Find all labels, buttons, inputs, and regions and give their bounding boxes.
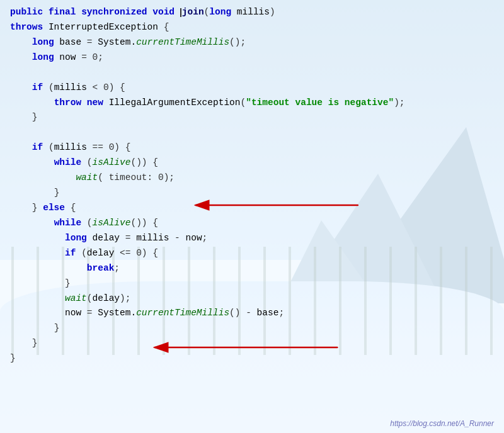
code-line-19: } — [10, 276, 494, 291]
code-line-23: } — [10, 336, 494, 351]
code-line-11: while (isAlive()) { — [10, 155, 494, 171]
code-line-12: wait( timeout: 0); — [10, 171, 494, 186]
code-line-16: long delay = millis - now; — [10, 231, 494, 246]
code-line-18: break; — [10, 261, 494, 276]
code-line-7: throw new IllegalArgumentException("time… — [10, 96, 494, 111]
watermark: https://blog.csdn.net/A_Runner — [390, 419, 494, 428]
code-line-5 — [10, 65, 494, 81]
code-line-24: } — [10, 351, 494, 366]
code-line-6: if (millis < 0) { — [10, 81, 494, 96]
code-line-8: } — [10, 110, 494, 125]
code-line-20: wait(delay); — [10, 291, 494, 306]
code-line-14: } else { — [10, 201, 494, 216]
code-line-10: if (millis == 0) { — [10, 140, 494, 155]
code-line-4: long now = 0; — [10, 50, 494, 65]
code-line-22: } — [10, 321, 494, 336]
code-line-13: } — [10, 186, 494, 201]
code-line-17: if (delay <= 0) { — [10, 246, 494, 261]
code-line-9 — [10, 125, 494, 140]
code-block: public final synchronized void join(long… — [10, 5, 494, 366]
code-line-15: while (isAlive()) { — [10, 216, 494, 231]
code-line-21: now = System.currentTimeMillis() - base; — [10, 306, 494, 321]
code-overlay: public final synchronized void join(long… — [0, 0, 504, 433]
code-line-3: long base = System.currentTimeMillis(); — [10, 35, 494, 50]
code-line-1: public final synchronized void join(long… — [10, 5, 494, 20]
code-line-2: throws InterruptedException { — [10, 20, 494, 35]
